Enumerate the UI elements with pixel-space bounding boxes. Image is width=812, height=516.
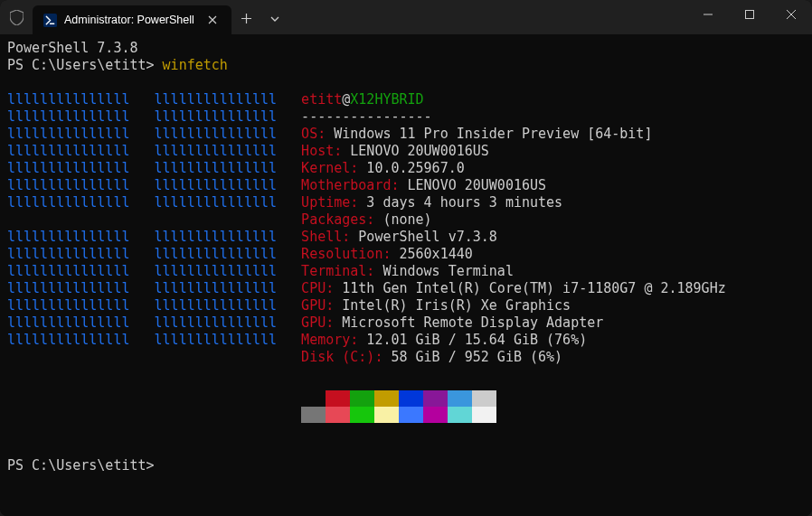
fetch-value: Windows Terminal xyxy=(382,263,514,279)
logo-line: lllllllllllllll lllllllllllllll xyxy=(7,194,277,211)
new-tab-button[interactable] xyxy=(231,5,260,33)
logo-line xyxy=(7,349,277,365)
color-swatch xyxy=(472,390,496,407)
logo-line: lllllllllllllll lllllllllllllll xyxy=(7,91,277,108)
color-swatch xyxy=(301,407,326,423)
fetch-value: Windows 11 Pro Insider Preview [64-bit] xyxy=(334,126,652,142)
color-swatch xyxy=(423,407,448,423)
fetch-label: GPU: xyxy=(301,314,334,331)
maximize-button[interactable] xyxy=(729,0,770,29)
tab-close-button[interactable] xyxy=(204,12,221,28)
fetch-value: 2560x1440 xyxy=(399,246,472,262)
fetch-value: 58 GiB / 952 GiB (6%) xyxy=(391,349,562,365)
logo-line: lllllllllllllll lllllllllllllll xyxy=(7,263,277,279)
color-swatch xyxy=(374,390,399,407)
color-swatch xyxy=(350,407,374,423)
command: winfetch xyxy=(163,57,228,73)
fetch-value: 3 days 4 hours 3 minutes xyxy=(366,194,562,211)
color-swatch xyxy=(423,390,448,407)
fetch-label: Uptime: xyxy=(301,194,358,211)
terminal-window: Administrator: PowerShell PowerShell 7.3… xyxy=(0,0,812,516)
powershell-icon xyxy=(43,14,57,27)
window-controls xyxy=(687,0,812,34)
fetch-label: Terminal: xyxy=(301,263,374,279)
logo-line: lllllllllllllll lllllllllllllll xyxy=(7,314,277,331)
color-swatch xyxy=(448,407,472,423)
svg-rect-1 xyxy=(746,11,754,19)
tab-dropdown-button[interactable] xyxy=(260,5,289,33)
fetch-value: 12.01 GiB / 15.64 GiB (76%) xyxy=(366,332,587,348)
logo-line: lllllllllllllll lllllllllllllll xyxy=(7,160,277,176)
tab-active[interactable]: Administrator: PowerShell xyxy=(33,5,231,34)
fetch-label: Host: xyxy=(301,143,342,159)
fetch-label: Kernel: xyxy=(301,160,358,176)
shield-icon xyxy=(0,0,33,34)
fetch-host: X12HYBRID xyxy=(350,91,423,108)
terminal-body[interactable]: PowerShell 7.3.8 PS C:\Users\etitt> winf… xyxy=(0,34,812,516)
logo-line xyxy=(7,211,277,228)
fetch-label: Shell: xyxy=(301,229,350,245)
logo-line: lllllllllllllll lllllllllllllll xyxy=(7,229,277,245)
logo-line: lllllllllllllll lllllllllllllll xyxy=(7,126,277,142)
fetch-label: CPU: xyxy=(301,280,334,296)
fetch-label: Memory: xyxy=(301,332,358,348)
logo-line: lllllllllllllll lllllllllllllll xyxy=(7,108,277,125)
fetch-value: LENOVO 20UW0016US xyxy=(350,143,489,159)
color-swatch xyxy=(448,390,472,407)
fetch-divider: ---------------- xyxy=(301,108,432,125)
logo-line: lllllllllllllll lllllllllllllll xyxy=(7,177,277,193)
color-swatch xyxy=(399,407,423,423)
close-button[interactable] xyxy=(770,0,812,29)
fetch-value: Microsoft Remote Display Adapter xyxy=(342,314,603,331)
fetch-value: LENOVO 20UW0016US xyxy=(408,177,547,193)
fetch-label: Disk (C:): xyxy=(301,349,382,365)
color-swatch xyxy=(326,407,350,423)
tab-title: Administrator: PowerShell xyxy=(64,14,197,26)
fetch-label: OS: xyxy=(301,126,326,142)
logo-line: lllllllllllllll lllllllllllllll xyxy=(7,297,277,314)
color-swatch xyxy=(472,407,496,423)
color-swatch xyxy=(399,390,423,407)
fetch-label: GPU: xyxy=(301,297,334,314)
logo-line: lllllllllllllll lllllllllllllll xyxy=(7,280,277,296)
logo-line: lllllllllllllll lllllllllllllll xyxy=(7,332,277,348)
fetch-value: (none) xyxy=(382,211,431,228)
logo-line: lllllllllllllll lllllllllllllll xyxy=(7,246,277,262)
titlebar[interactable]: Administrator: PowerShell xyxy=(0,0,812,34)
prompt-2: PS C:\Users\etitt> xyxy=(7,457,155,474)
fetch-value: 11th Gen Intel(R) Core(TM) i7-1180G7 @ 2… xyxy=(342,280,725,296)
logo-line: lllllllllllllll lllllllllllllll xyxy=(7,143,277,159)
color-swatch xyxy=(350,390,374,407)
color-bar xyxy=(301,390,805,407)
prompt-1: PS C:\Users\etitt> xyxy=(7,57,163,73)
fetch-label: Resolution: xyxy=(301,246,391,262)
version-line: PowerShell 7.3.8 xyxy=(7,40,138,56)
fetch-value: PowerShell v7.3.8 xyxy=(358,229,497,245)
minimize-button[interactable] xyxy=(687,0,729,29)
color-swatch xyxy=(326,390,350,407)
fetch-value: 10.0.25967.0 xyxy=(366,160,464,176)
color-bar xyxy=(301,407,805,423)
fetch-user: etitt xyxy=(301,91,342,108)
color-swatch xyxy=(301,390,326,407)
fetch-value: Intel(R) Iris(R) Xe Graphics xyxy=(342,297,571,314)
color-swatch xyxy=(374,407,399,423)
fetch-label: Packages: xyxy=(301,211,374,228)
fetch-label: Motherboard: xyxy=(301,177,399,193)
